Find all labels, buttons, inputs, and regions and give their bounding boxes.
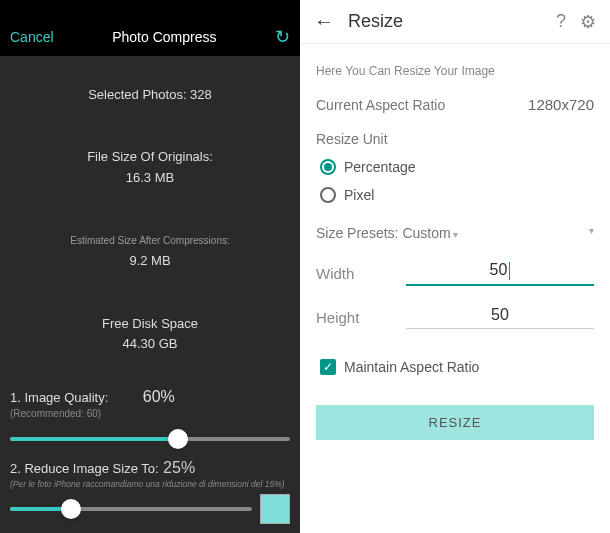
resize-title: Resize <box>348 11 542 32</box>
height-input[interactable]: 50 <box>406 306 594 329</box>
maintain-aspect-label: Maintain Aspect Ratio <box>344 359 479 375</box>
right-header: ← Resize ? ⚙ <box>300 0 610 44</box>
resize-unit-label: Resize Unit <box>316 131 594 147</box>
reduce-label: 2. Reduce Image Size To: <box>10 461 159 476</box>
back-icon[interactable]: ← <box>314 10 334 33</box>
quality-slider[interactable] <box>10 437 290 441</box>
aspect-ratio-label: Current Aspect Ratio <box>316 97 445 113</box>
chevron-down-icon: ▾ <box>589 225 594 241</box>
size-presets-dropdown[interactable]: Size Presets: Custom ▾ <box>316 225 594 241</box>
settings-icon[interactable]: ⚙ <box>580 11 596 33</box>
left-header: Cancel Photo Compress ↻ <box>0 18 300 56</box>
quality-value: 60% <box>143 388 175 406</box>
reduce-slider[interactable] <box>10 507 252 511</box>
aspect-ratio-value: 1280x720 <box>528 96 594 113</box>
status-bar <box>0 0 300 18</box>
radio-pixel[interactable]: Pixel <box>320 187 594 203</box>
help-icon[interactable]: ? <box>556 11 566 32</box>
preview-thumbnail[interactable] <box>260 494 290 524</box>
height-label: Height <box>316 309 406 326</box>
preset-value: Custom <box>402 225 458 241</box>
selected-count: Selected Photos: 328 <box>10 85 290 106</box>
cancel-button[interactable]: Cancel <box>10 29 54 45</box>
originals-label: File Size Of Originals: <box>87 149 213 164</box>
estimate-label: Estimated Size After Compressions: <box>70 235 230 246</box>
radio-percentage[interactable]: Percentage <box>320 159 594 175</box>
app-title: Photo Compress <box>112 29 216 45</box>
radio-percentage-label: Percentage <box>344 159 416 175</box>
estimate-value: 9.2 MB <box>129 253 170 268</box>
quality-label: 1. Image Quality: <box>10 390 108 405</box>
radio-icon <box>320 187 336 203</box>
info-block: Selected Photos: 328 File Size Of Origin… <box>10 64 290 376</box>
refresh-icon[interactable]: ↻ <box>275 26 290 48</box>
checkmark-icon: ✓ <box>320 359 336 375</box>
resize-panel: ← Resize ? ⚙ Here You Can Resize Your Im… <box>300 0 610 533</box>
reduce-value: 25% <box>163 459 195 476</box>
radio-icon <box>320 159 336 175</box>
radio-pixel-label: Pixel <box>344 187 374 203</box>
reduce-hint: (Per le foto iPhone raccomandiamo una ri… <box>10 479 290 489</box>
width-input[interactable]: 50 <box>406 261 594 286</box>
photo-compress-panel: Cancel Photo Compress ↻ Selected Photos:… <box>0 0 300 533</box>
width-label: Width <box>316 265 406 282</box>
preset-label: Size Presets: <box>316 225 398 241</box>
originals-value: 16.3 MB <box>126 170 174 185</box>
resize-button[interactable]: RESIZE <box>316 405 594 440</box>
resize-hint: Here You Can Resize Your Image <box>316 64 594 78</box>
free-space-label: Free Disk Space <box>102 316 198 331</box>
quality-recommended: (Recommended: 60) <box>10 408 290 419</box>
free-space-value: 44.30 GB <box>123 336 178 351</box>
maintain-aspect-checkbox[interactable]: ✓ Maintain Aspect Ratio <box>320 359 594 375</box>
